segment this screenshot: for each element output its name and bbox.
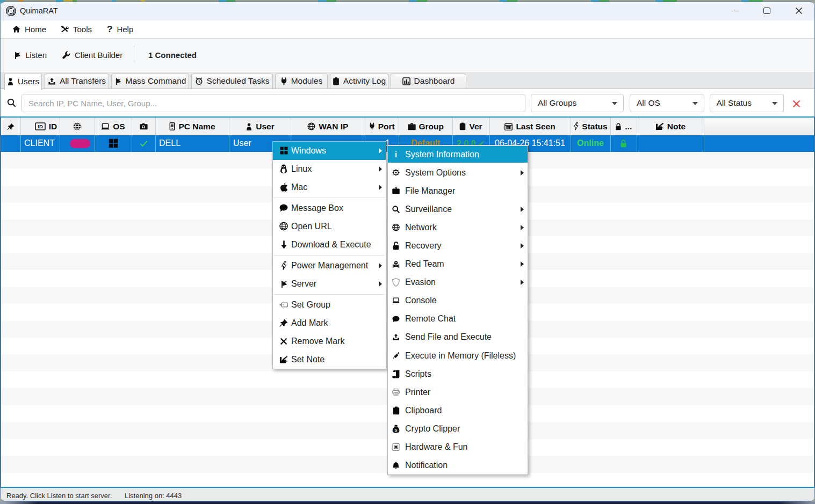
svg-text:ID: ID (38, 123, 43, 129)
svg-text:S: S (394, 428, 398, 433)
